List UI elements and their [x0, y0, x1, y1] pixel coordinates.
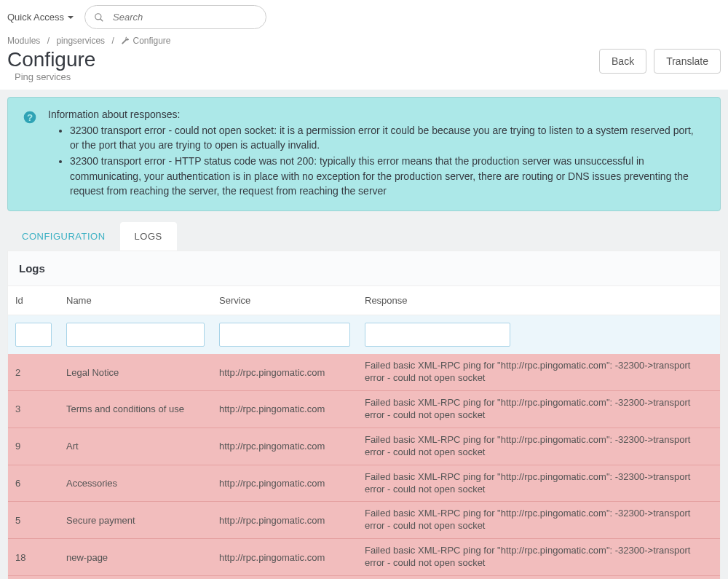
cell-service: http://rpc.pingomatic.com: [212, 391, 357, 428]
wrench-icon: [121, 36, 129, 44]
cell-name: Accessories: [59, 465, 212, 502]
table-row[interactable]: 5Secure paymenthttp://rpc.pingomatic.com…: [8, 502, 720, 539]
cell-name: Art: [59, 428, 212, 465]
search-field-wrap[interactable]: [84, 5, 266, 29]
cell-name: new-page: [59, 539, 212, 576]
svg-text:?: ?: [27, 112, 33, 123]
info-bullet: 32300 transport error - could not open s…: [70, 123, 705, 153]
tab-configuration[interactable]: CONFIGURATION: [7, 222, 120, 251]
breadcrumb-module[interactable]: pingservices: [56, 36, 105, 46]
page-title: Configure: [7, 49, 95, 71]
cell-response: Failed basic XML-RPC ping for "http://rp…: [357, 465, 720, 502]
table-row[interactable]: 6Accessorieshttp://rpc.pingomatic.comFai…: [8, 465, 720, 502]
caret-down-icon: [68, 16, 74, 19]
cell-id: 2: [8, 354, 59, 390]
cell-response: Failed basic XML-RPC ping for "http://rp…: [357, 391, 720, 428]
quick-access-dropdown[interactable]: Quick Access: [7, 12, 74, 23]
logs-table: Id Name Service Response 2Legal Noticeht…: [8, 286, 720, 579]
info-heading: Information about responses:: [48, 109, 705, 120]
cell-response: Failed basic XML-RPC ping for "http://rp…: [357, 575, 720, 579]
cell-id: 9: [8, 428, 59, 465]
quick-access-label: Quick Access: [7, 12, 64, 23]
cell-service: http://rpc.pingomatic.com: [212, 428, 357, 465]
table-row[interactable]: 3Terms and conditions of usehttp://rpc.p…: [8, 391, 720, 428]
cell-service: http://rpc.pingomatic.com: [212, 539, 357, 576]
col-header-name[interactable]: Name: [59, 286, 212, 315]
search-input[interactable]: [110, 9, 257, 25]
logs-panel: Logs Id Name Service Response 2L: [7, 251, 721, 579]
breadcrumb-separator: /: [111, 36, 114, 46]
cell-response: Failed basic XML-RPC ping for "http://rp…: [357, 539, 720, 576]
table-row[interactable]: 18new-pagehttp://rpc.pingomatic.comFaile…: [8, 539, 720, 576]
search-icon: [94, 12, 104, 23]
table-row[interactable]: 17new-pagehttp://rpc.pingomatic.comFaile…: [8, 575, 720, 579]
cell-name: Terms and conditions of use: [59, 391, 212, 428]
filter-id-input[interactable]: [15, 323, 52, 347]
cell-response: Failed basic XML-RPC ping for "http://rp…: [357, 502, 720, 539]
breadcrumb-separator: /: [47, 36, 50, 46]
breadcrumb-modules[interactable]: Modules: [7, 36, 40, 46]
info-icon: ?: [23, 110, 37, 125]
info-bullet: 32300 transport error - HTTP status code…: [70, 154, 705, 198]
cell-name: new-page: [59, 575, 212, 579]
cell-response: Failed basic XML-RPC ping for "http://rp…: [357, 428, 720, 465]
cell-service: http://rpc.pingomatic.com: [212, 575, 357, 579]
col-header-id[interactable]: Id: [8, 286, 59, 315]
filter-response-input[interactable]: [365, 323, 510, 347]
cell-response: Failed basic XML-RPC ping for "http://rp…: [357, 354, 720, 390]
filter-service-input[interactable]: [219, 323, 350, 347]
tab-logs[interactable]: LOGS: [120, 222, 177, 251]
cell-id: 6: [8, 465, 59, 502]
cell-id: 18: [8, 539, 59, 576]
svg-line-1: [100, 18, 103, 21]
table-row[interactable]: 2Legal Noticehttp://rpc.pingomatic.comFa…: [8, 354, 720, 390]
cell-id: 3: [8, 391, 59, 428]
cell-service: http://rpc.pingomatic.com: [212, 354, 357, 390]
cell-id: 5: [8, 502, 59, 539]
cell-id: 17: [8, 575, 59, 579]
info-box: ? Information about responses: 32300 tra…: [7, 97, 721, 211]
cell-service: http://rpc.pingomatic.com: [212, 465, 357, 502]
page-subtitle: Ping services: [7, 71, 95, 82]
panel-title: Logs: [8, 251, 720, 286]
cell-name: Legal Notice: [59, 354, 212, 390]
translate-button[interactable]: Translate: [654, 49, 721, 74]
back-button[interactable]: Back: [599, 49, 646, 74]
cell-service: http://rpc.pingomatic.com: [212, 502, 357, 539]
filter-name-input[interactable]: [66, 323, 205, 347]
table-row[interactable]: 9Arthttp://rpc.pingomatic.comFailed basi…: [8, 428, 720, 465]
breadcrumb: Modules / pingservices / Configure: [0, 34, 728, 47]
svg-point-0: [95, 13, 101, 19]
col-header-response[interactable]: Response: [357, 286, 720, 315]
col-header-service[interactable]: Service: [212, 286, 357, 315]
cell-name: Secure payment: [59, 502, 212, 539]
breadcrumb-configure: Configure: [132, 36, 170, 46]
